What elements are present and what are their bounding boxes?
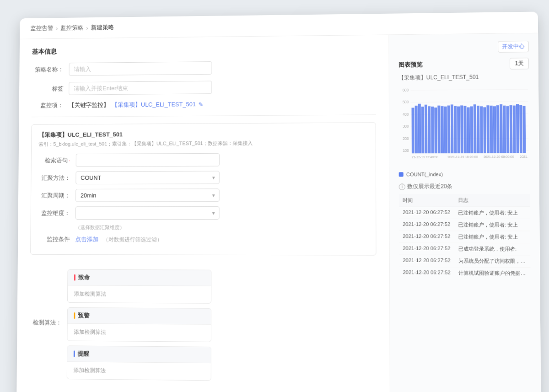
svg-text:2021-12-19 18:20:00: 2021-12-19 18:20:00 [447, 155, 478, 159]
svg-text:300: 300 [403, 124, 409, 129]
algo-add-reminder[interactable]: 添加检测算法 [74, 367, 106, 374]
svg-text:600: 600 [403, 88, 409, 92]
algo-body-warning: 添加检测算法 [67, 324, 211, 342]
monitor-condition-row: 监控条件 点击添加 （对数据进行筛选过滤） [38, 235, 368, 244]
breadcrumb-item-strategy[interactable]: 监控策略 [60, 24, 83, 32]
required-mark: · [69, 157, 70, 164]
main-content: 基本信息 策略名称： 标签 监控项： 【关键字监控】 【采集项】ULC_ [16, 33, 541, 392]
aggregate-method-control: COUNT SUM AVG MAX MIN [75, 171, 219, 185]
tags-label: 标签 [32, 85, 64, 93]
svg-rect-15 [421, 107, 425, 153]
legend-label: COUNT(_index) [406, 172, 443, 177]
cell-log: 为系统员分配了访问权限，使用者 [455, 255, 531, 267]
monitor-condition-add-link[interactable]: 点击添加 [75, 236, 98, 243]
monitor-dimension-select[interactable] [75, 206, 220, 220]
monitor-item-link: 【关键字监控】 【采集项】ULC_ELI_TEST_501 ✎ [69, 100, 212, 109]
svg-rect-22 [444, 107, 447, 153]
data-notice-text: 数仅展示最近20条 [407, 183, 452, 190]
monitor-item-prefix: 【关键字监控】 [69, 101, 109, 109]
collection-meta: 索引：5_bklog.ulc_eli_test_501；索引集：【采集项】ULC… [38, 139, 368, 147]
svg-rect-29 [467, 107, 470, 153]
cell-log: 已注销账户，使用者: 安上 [454, 207, 530, 219]
info-icon: i [399, 183, 405, 190]
svg-text:100: 100 [403, 149, 409, 153]
table-row: 2021-12-20 06:27:52 已注销账户，使用者: 安上 [399, 231, 530, 243]
legend-dot [399, 172, 404, 177]
svg-text:200: 200 [403, 136, 409, 140]
monitor-dimension-control [75, 206, 220, 220]
dev-center-button[interactable]: 开发中心 [498, 41, 529, 53]
aggregate-method-label: 汇聚方法： [38, 174, 70, 182]
algo-section: 致命 添加检测算法 预警 添加检测算法 [67, 269, 212, 386]
svg-text:400: 400 [403, 112, 409, 116]
left-panel: 基本信息 策略名称： 标签 监控项： 【关键字监控】 【采集项】ULC_ [16, 35, 390, 392]
algo-bar-warning [74, 312, 75, 319]
svg-rect-43 [513, 106, 516, 153]
cell-log: 已成功登录系统，使用者: [454, 243, 530, 255]
aggregate-method-select[interactable]: COUNT SUM AVG MAX MIN [75, 171, 219, 185]
svg-text:2021-12-20 00:00:00: 2021-12-20 00:00:00 [484, 155, 514, 159]
cell-time: 2021-12-20 06:27:52 [399, 267, 454, 279]
monitor-condition-control: 点击添加 （对数据进行筛选过滤） [75, 236, 219, 244]
strategy-name-input[interactable] [69, 61, 212, 75]
svg-rect-25 [454, 106, 457, 153]
col-log: 日志 [454, 194, 530, 207]
tags-input[interactable] [69, 81, 212, 95]
algo-bar-fatal [74, 274, 75, 281]
breadcrumb-item-monitor[interactable]: 监控告警 [30, 24, 53, 32]
svg-rect-41 [506, 106, 509, 153]
svg-rect-27 [460, 105, 463, 153]
cell-time: 2021-12-20 06:27:52 [399, 207, 454, 219]
breadcrumb-current: 新建策略 [91, 23, 114, 32]
tags-row: 标签 [32, 79, 376, 95]
aggregate-period-control: 1min 5min 10min 20min 30min 1h [75, 188, 220, 202]
col-time: 时间 [399, 194, 454, 207]
algo-block-fatal: 致命 添加检测算法 [67, 269, 211, 304]
svg-text:500: 500 [403, 100, 409, 104]
cell-log: 已注销账户，使用者: 安上 [454, 219, 530, 231]
svg-text:2021-: 2021- [520, 155, 528, 159]
collection-title: 【采集项】ULC_ELI_TEST_501 [39, 129, 368, 139]
aggregate-period-select[interactable]: 1min 5min 10min 20min 30min 1h [75, 188, 220, 202]
algo-add-fatal[interactable]: 添加检测算法 [74, 290, 107, 297]
cell-log: 计算机试图验证账户的凭据，验证 [455, 267, 531, 279]
date-selector[interactable]: 1天 [510, 58, 529, 70]
svg-line-6 [410, 89, 528, 90]
monitor-item-edit-icon[interactable]: ✎ [199, 101, 204, 108]
table-row: 2021-12-20 06:27:52 已注销账户，使用者: 安上 [399, 207, 530, 219]
svg-rect-38 [496, 105, 500, 153]
algo-block-warning: 预警 添加检测算法 [67, 307, 211, 342]
aggregate-method-row: 汇聚方法： COUNT SUM AVG MAX MIN [38, 171, 368, 185]
cell-time: 2021-12-20 06:27:52 [399, 219, 454, 231]
algo-header-reminder: 提醒 [67, 346, 211, 363]
monitor-item-collection-link[interactable]: 【采集项】ULC_ELI_TEST_501 [112, 100, 196, 109]
cell-time: 2021-12-20 06:27:52 [399, 243, 454, 255]
table-header-row: 时间 日志 [399, 194, 530, 207]
svg-rect-34 [483, 107, 486, 153]
svg-line-7 [410, 102, 528, 102]
search-query-input[interactable]: * [76, 153, 220, 167]
svg-rect-19 [434, 107, 437, 153]
svg-rect-23 [447, 106, 451, 153]
svg-rect-24 [451, 104, 454, 153]
data-notice: i 数仅展示最近20条 [399, 183, 530, 191]
svg-rect-46 [522, 106, 526, 153]
breadcrumb-sep-2: › [86, 24, 88, 31]
detection-algorithm-row: 检测算法： 致命 添加检测算法 预警 [29, 262, 377, 387]
algo-label-warning: 预警 [78, 311, 90, 320]
algo-bar-reminder [74, 350, 75, 357]
svg-rect-17 [428, 106, 431, 153]
svg-rect-14 [418, 104, 421, 153]
table-row: 2021-12-20 06:27:52 已注销账户，使用者: 安上 [399, 219, 530, 231]
svg-rect-30 [470, 106, 474, 153]
svg-rect-18 [431, 107, 434, 153]
svg-rect-39 [500, 104, 503, 153]
monitor-item-row: 监控项： 【关键字监控】 【采集项】ULC_ELI_TEST_501 ✎ [32, 99, 376, 109]
monitor-dimension-hint: （选择数据汇聚维度） [75, 224, 368, 231]
monitor-dimension-label: 监控维度： [38, 209, 70, 217]
table-row: 2021-12-20 06:27:52 已成功登录系统，使用者: [399, 243, 530, 255]
cell-time: 2021-12-20 06:27:52 [399, 255, 454, 267]
algo-add-warning[interactable]: 添加检测算法 [74, 329, 106, 335]
svg-rect-45 [519, 105, 522, 153]
svg-rect-33 [480, 106, 483, 153]
